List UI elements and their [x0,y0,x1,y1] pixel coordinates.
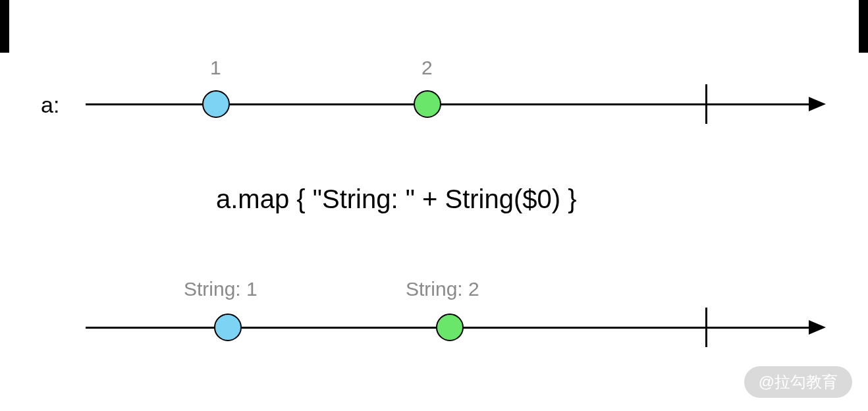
input-timeline [86,103,810,105]
operator-expression: a.map { "String: " + String($0) } [216,184,577,214]
input-arrowhead-icon [809,97,826,111]
output-marble-2 [436,314,464,341]
output-marble-1 [214,314,242,341]
output-marble-label-1: String: 1 [184,278,258,300]
input-marble-label-1: 1 [210,57,221,79]
output-terminator [705,308,707,347]
input-terminator [705,84,707,124]
input-marble-2 [414,90,441,118]
watermark-badge: @拉勾教育 [744,366,852,398]
input-marble-1 [202,90,230,118]
crop-bar-right [859,0,868,53]
stream-label: a: [41,92,59,118]
crop-bar-left [0,0,9,53]
input-marble-label-2: 2 [421,57,433,79]
output-marble-label-2: String: 2 [406,278,479,300]
output-arrowhead-icon [809,320,826,335]
